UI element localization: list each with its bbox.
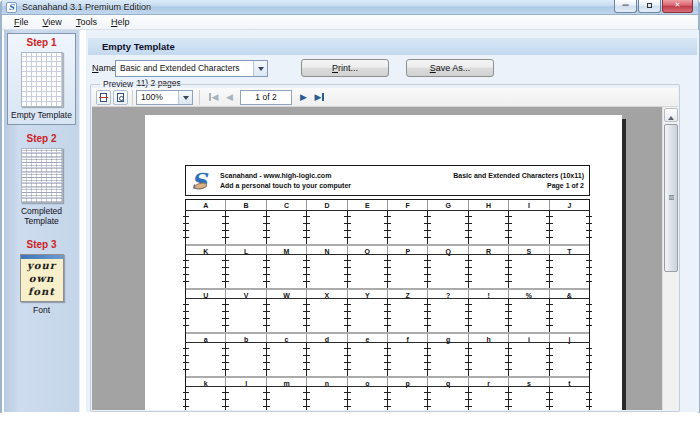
grid-writing-cell: [307, 255, 347, 288]
guide-tick-icon: [304, 267, 310, 268]
print-button[interactable]: Print...: [301, 59, 389, 77]
guide-tick-icon: [425, 369, 431, 370]
sidebar-step-1[interactable]: Step 1Empty Template: [7, 33, 76, 125]
guide-tick-icon: [223, 260, 229, 261]
guide-tick-icon: [345, 369, 351, 370]
menu-file[interactable]: File: [7, 16, 36, 28]
grid-letter-cell: q: [428, 378, 468, 386]
grid-writing-cell: [186, 211, 226, 244]
grid-letter-row: klmnopqrst: [186, 376, 589, 387]
grid-letter-cell: M: [267, 246, 307, 254]
guide-tick-icon: [466, 304, 472, 305]
guide-tick-icon: [345, 362, 351, 363]
guide-tick-icon: [506, 267, 512, 268]
previous-page-button[interactable]: ◀: [222, 90, 237, 105]
guide-tick-icon: [425, 281, 431, 282]
grid-writing-cell: [469, 299, 509, 332]
guide-tick-icon: [547, 223, 553, 224]
guide-tick-icon: [466, 223, 472, 224]
guide-tick-icon: [304, 260, 310, 261]
maximize-button[interactable]: [638, 0, 661, 13]
guide-tick-icon: [506, 348, 512, 349]
zoom-fit-width-button[interactable]: [96, 90, 111, 105]
grid-letter-cell: s: [509, 378, 549, 386]
title-bar[interactable]: S Scanahand 3.1 Premium Edition — ✕: [2, 0, 698, 15]
grid-letter-cell: h: [469, 334, 509, 342]
grid-writing-cell: [307, 299, 347, 332]
menu-tools[interactable]: Tools: [69, 16, 104, 28]
guide-tick-icon: [264, 318, 270, 319]
guide-tick-icon: [345, 237, 351, 238]
chevron-down-icon[interactable]: [178, 91, 192, 104]
guide-tick-icon: [425, 237, 431, 238]
zoom-level-select[interactable]: 100%: [136, 90, 193, 105]
grid-writing-cell: [267, 255, 307, 288]
guide-tick-icon: [586, 325, 592, 326]
guide-tick-icon: [506, 216, 512, 217]
grid-letter-cell: o: [348, 378, 388, 386]
guide-tick-icon: [223, 318, 229, 319]
chevron-down-icon[interactable]: [253, 61, 267, 76]
grid-writing-cell: [550, 299, 589, 332]
guide-tick-icon: [304, 325, 310, 326]
guide-tick-icon: [547, 362, 553, 363]
guide-tick-icon: [506, 369, 512, 370]
guide-tick-icon: [304, 406, 310, 407]
sidebar-step-3[interactable]: Step 3yourownfontFont: [7, 235, 76, 320]
zoom-fit-page-button[interactable]: [113, 90, 128, 105]
guide-tick-icon: [304, 304, 310, 305]
guide-tick-icon: [223, 223, 229, 224]
scroll-up-button[interactable]: [664, 108, 678, 122]
menu-view[interactable]: View: [36, 16, 69, 28]
guide-tick-icon: [264, 362, 270, 363]
guide-tick-icon: [304, 392, 310, 393]
grid-letter-cell: U: [186, 290, 226, 298]
grid-letter-cell: Q: [428, 246, 468, 254]
font-sample-text: your: [21, 259, 63, 272]
grid-writing-cell: [550, 211, 589, 244]
grid-letter-row: ABCDEFGHIJ: [186, 200, 589, 211]
guide-tick-icon: [547, 274, 553, 275]
guide-tick-icon: [425, 392, 431, 393]
guide-tick-icon: [466, 281, 472, 282]
menu-help[interactable]: Help: [104, 16, 137, 28]
guide-tick-icon: [223, 399, 229, 400]
window-controls: — ✕: [613, 0, 693, 13]
scrollbar-thumb[interactable]: [664, 124, 678, 272]
page-indicator[interactable]: 1 of 2: [240, 90, 292, 105]
save-as-button[interactable]: Save As...: [406, 59, 494, 77]
guide-tick-icon: [304, 223, 310, 224]
guide-tick-icon: [385, 281, 391, 282]
guide-tick-icon: [547, 348, 553, 349]
guide-tick-icon: [264, 304, 270, 305]
grid-letter-cell: p: [388, 378, 428, 386]
grid-letter-cell: j: [550, 334, 589, 342]
app-window: S Scanahand 3.1 Premium Edition — ✕ File…: [0, 0, 700, 413]
next-page-button[interactable]: ▶: [296, 90, 311, 105]
guide-tick-icon: [223, 369, 229, 370]
guide-tick-icon: [223, 281, 229, 282]
grid-writing-cell: [307, 211, 347, 244]
guide-tick-icon: [385, 348, 391, 349]
grid-letter-row: UVWXYZ?!%&: [186, 288, 589, 299]
last-page-button[interactable]: ▶: [312, 90, 327, 105]
guide-tick-icon: [304, 237, 310, 238]
vertical-scrollbar[interactable]: [662, 107, 678, 410]
grid-letter-cell: i: [509, 334, 549, 342]
guide-tick-icon: [425, 230, 431, 231]
step-thumbnail: [8, 148, 75, 203]
header-page-number: Page 1 of 2: [453, 181, 584, 191]
close-button[interactable]: ✕: [662, 0, 693, 13]
sidebar-step-2[interactable]: Step 2Completed Template: [7, 129, 76, 231]
guide-tick-icon: [466, 392, 472, 393]
guide-tick-icon: [345, 348, 351, 349]
guide-tick-icon: [385, 267, 391, 268]
guide-tick-icon: [385, 216, 391, 217]
first-page-button[interactable]: ◀: [206, 90, 221, 105]
template-name-select[interactable]: Basic and Extended Characters (10x11) 2 …: [115, 60, 268, 77]
guide-tick-icon: [304, 281, 310, 282]
guide-tick-icon: [425, 304, 431, 305]
grid-letter-cell: E: [348, 200, 388, 210]
minimize-button[interactable]: —: [614, 0, 637, 13]
grid-writing-cell: [469, 255, 509, 288]
